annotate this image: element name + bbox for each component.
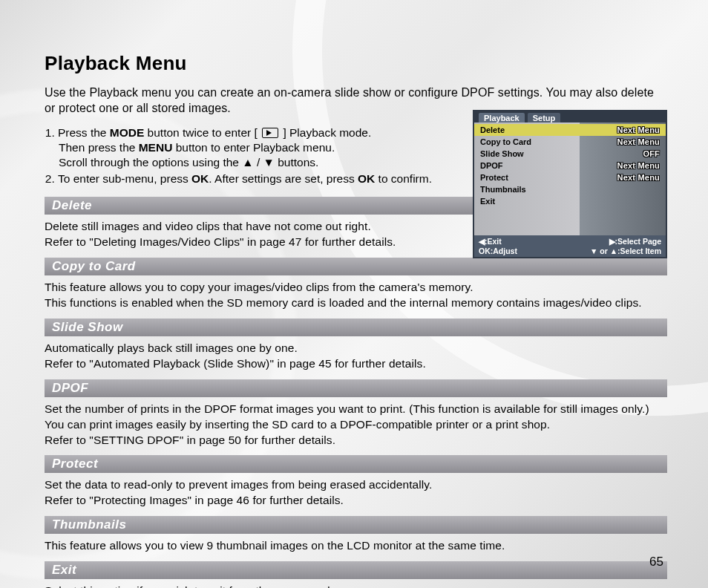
lcd-footer-selectitem: ▼ or ▲:Select Item [590,246,661,256]
lcd-item-label: Delete [480,125,505,134]
section-heading: Slide Show [45,318,667,336]
section-heading: Copy to Card [45,258,667,275]
section-heading: Exit [45,561,667,579]
lcd-preview: Playback Setup DeleteNext MenuCopy to Ca… [473,110,667,258]
lcd-item-label: DPOF [480,161,503,170]
lcd-item-label: Exit [480,197,495,206]
lcd-menu-item[interactable]: DPOFNext Menu [474,160,666,172]
page-number: 65 [649,555,663,569]
lcd-item-value: OFF [643,149,660,158]
lcd-menu-item[interactable]: Thumbnails [474,183,666,195]
lcd-menu-item[interactable]: Copy to CardNext Menu [474,136,666,148]
lcd-item-value: Next Menu [617,173,660,182]
section-body: Automatically plays back still images on… [45,341,667,372]
lcd-tab-playback[interactable]: Playback [479,113,525,122]
lcd-tab-setup[interactable]: Setup [528,113,561,122]
section-heading: DPOF [45,379,667,397]
lcd-footer-adjust: OK:Adjust [479,246,517,256]
lcd-menu-item[interactable]: ProtectNext Menu [474,172,666,183]
section-heading: Thumbnails [45,516,667,534]
playback-icon [262,128,278,138]
section-body: Set the number of prints in the DPOF for… [45,402,667,448]
section-body: This feature allows you to copy your ima… [45,280,667,311]
section-body: Set the data to read-only to prevent ima… [45,477,667,509]
lcd-item-value: Next Menu [617,125,660,134]
lcd-menu-item[interactable]: Exit [474,195,666,207]
lcd-item-label: Slide Show [480,149,524,158]
lcd-item-label: Protect [480,173,508,182]
lcd-item-label: Copy to Card [480,137,531,146]
lcd-menu-list: DeleteNext MenuCopy to CardNext MenuSlid… [474,122,666,235]
section-body: Select this option if you wish to exit f… [45,584,667,588]
page-title: Playback Menu [45,52,667,75]
lcd-item-label: Thumbnails [480,185,526,194]
section-heading: Protect [45,455,667,473]
lcd-menu-item[interactable]: Slide ShowOFF [474,148,666,160]
lcd-item-value: Next Menu [617,161,660,170]
lcd-item-value: Next Menu [617,137,660,146]
lcd-footer-selectpage: ▶:Select Page [590,237,661,246]
section-body: This feature allows you to view 9 thumbn… [45,538,667,554]
lcd-menu-item[interactable]: DeleteNext Menu [474,124,666,136]
lcd-footer-exit: ◀:Exit [479,237,517,246]
